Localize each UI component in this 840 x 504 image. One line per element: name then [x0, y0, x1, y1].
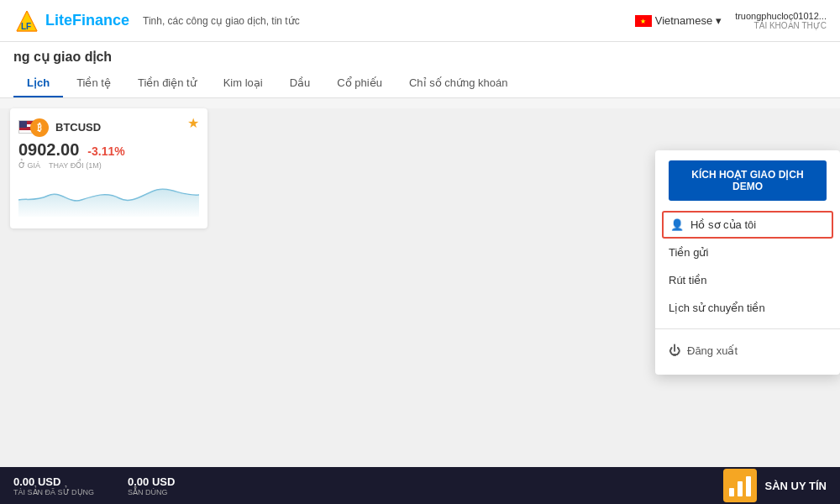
user-menu-trigger[interactable]: truongphucloc01012... TÀI KHOẢN THỰC: [735, 11, 827, 30]
available-value: 0.00 USD: [128, 475, 175, 488]
deposit-menu-item[interactable]: Tiền gửi: [655, 239, 840, 266]
assets-used-value: 0.00 USD: [13, 475, 94, 488]
card-change: -3.11%: [87, 144, 124, 158]
btcusd-card[interactable]: ★ ₿ BTCUSD 0902.00 -3.11% Ở GIÁ THAY ĐỔI…: [10, 108, 207, 228]
available-label: SẴN DÙNG: [128, 488, 175, 496]
profile-label: Hồ sơ của tôi: [690, 218, 756, 231]
svg-rect-3: [729, 488, 734, 496]
assets-used-stat: 0.00 USD TÀI SẢN ĐÃ SỬ DỤNG: [13, 475, 94, 496]
tab-kim-loai[interactable]: Kim loại: [210, 70, 276, 97]
san-uy-tin-badge-icon: [723, 469, 757, 502]
profile-icon: 👤: [670, 218, 684, 231]
menu-divider: [655, 328, 840, 329]
header-right: Vietnamese ▾ truongphucloc01012... TÀI K…: [635, 11, 827, 30]
deposit-label: Tiền gửi: [669, 246, 708, 259]
svg-rect-4: [738, 481, 743, 496]
chart-icon: [727, 473, 753, 498]
card-price-row: 0902.00 -3.11%: [18, 140, 199, 160]
logout-label: Đăng xuất: [687, 344, 738, 357]
tab-co-phieu[interactable]: Cổ phiếu: [323, 70, 396, 97]
user-email: truongphucloc01012...: [735, 11, 827, 21]
withdraw-label: Rút tiền: [669, 274, 707, 286]
card-price: 0902.00: [18, 140, 79, 160]
logout-icon: ⏻: [669, 344, 680, 357]
svg-rect-5: [746, 476, 751, 496]
btc-circle-icon: ₿: [30, 118, 49, 137]
demo-button[interactable]: KÍCH HOẠT GIAO DỊCH DEMO: [669, 160, 827, 201]
card-symbol-row: ₿ BTCUSD: [18, 117, 199, 137]
logout-menu-item[interactable]: ⏻ Đăng xuất: [655, 336, 840, 365]
logo-text: LiteFinance: [45, 12, 129, 29]
language-label: Vietnamese: [655, 14, 712, 27]
tab-lich[interactable]: Lịch: [13, 70, 63, 97]
logo-icon: LF: [13, 8, 40, 34]
vn-flag-icon: [635, 15, 652, 27]
available-stat: 0.00 USD SẴN DÙNG: [128, 475, 175, 496]
header: LF LiteFinance Tinh, các công cụ giao dị…: [0, 0, 840, 42]
page-title: ng cụ giao dịch: [13, 49, 827, 65]
chevron-down-icon: ▾: [716, 14, 722, 27]
user-dropdown-menu: KÍCH HOẠT GIAO DỊCH DEMO 👤 Hồ sơ của tôi…: [655, 150, 840, 375]
tab-tien-te[interactable]: Tiền tệ: [63, 70, 124, 97]
tabs: Lịch Tiền tệ Tiền điện tử Kim loại Dầu C…: [13, 70, 827, 97]
change-label: THAY ĐỔI (1M): [49, 161, 102, 170]
favorite-star-icon[interactable]: ★: [187, 115, 199, 131]
language-selector[interactable]: Vietnamese ▾: [635, 14, 722, 27]
tab-tien-dien-tu[interactable]: Tiền điện tử: [124, 70, 210, 97]
transfer-history-label: Lịch sử chuyển tiền: [669, 302, 765, 314]
bottom-bar: 0.00 USD TÀI SẢN ĐÃ SỬ DỤNG 0.00 USD SẴN…: [0, 467, 840, 504]
content-area: ★ ₿ BTCUSD 0902.00 -3.11% Ở GIÁ THAY ĐỔI…: [0, 108, 840, 491]
logo[interactable]: LF LiteFinance: [13, 8, 129, 34]
tab-chi-so[interactable]: Chỉ số chứng khoán: [396, 70, 522, 97]
card-symbol-label: BTCUSD: [55, 121, 101, 134]
price-label: Ở GIÁ: [18, 161, 40, 170]
svg-text:LF: LF: [21, 22, 31, 31]
btc-icon: ₿: [18, 117, 49, 137]
tab-dau[interactable]: Dầu: [276, 70, 324, 97]
profile-menu-item[interactable]: 👤 Hồ sơ của tôi: [662, 211, 833, 239]
transfer-history-menu-item[interactable]: Lịch sử chuyển tiền: [655, 294, 840, 322]
withdraw-menu-item[interactable]: Rút tiền: [655, 266, 840, 294]
assets-used-label: TÀI SẢN ĐÃ SỬ DỤNG: [13, 488, 94, 496]
price-chart: [18, 175, 199, 217]
page-title-bar: ng cụ giao dịch Lịch Tiền tệ Tiền điện t…: [0, 42, 840, 98]
user-badge: TÀI KHOẢN THỰC: [754, 21, 827, 30]
header-nav-text: Tinh, các công cụ giao dịch, tin tức: [143, 15, 300, 27]
bottom-right: SÀN UY TÍN: [723, 469, 827, 502]
card-label-row: Ở GIÁ THAY ĐỔI (1M): [18, 161, 199, 170]
san-uy-tin-text: SÀN UY TÍN: [765, 480, 827, 492]
